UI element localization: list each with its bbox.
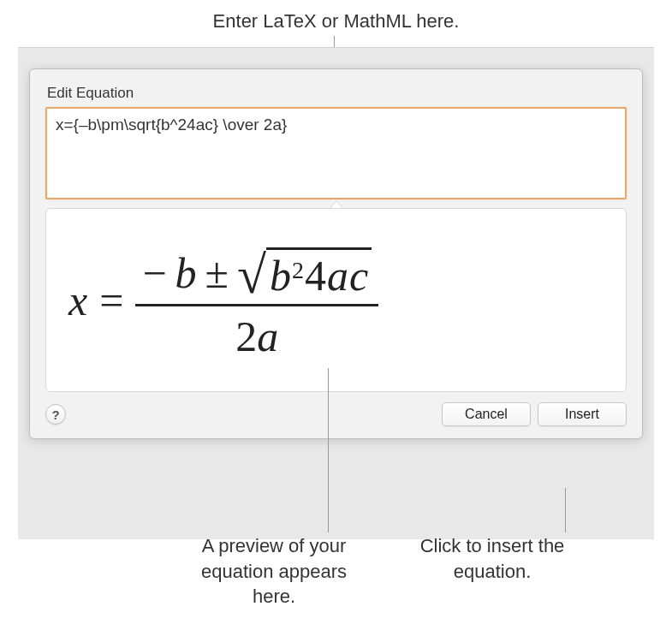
eq-plusminus: ± xyxy=(205,248,229,298)
callout-insert: Click to insert the equation. xyxy=(402,533,582,584)
eq-b: b xyxy=(175,248,197,298)
eq-sqrt: √ b24ac xyxy=(237,240,372,300)
callout-preview: A preview of your equation appears here. xyxy=(180,533,368,609)
dialog-title: Edit Equation xyxy=(45,85,627,102)
eq-rad-4: 4 xyxy=(305,251,326,300)
insert-button[interactable]: Insert xyxy=(538,402,627,426)
eq-rad-b: b xyxy=(270,251,291,300)
eq-fraction: −b ± √ b24ac 2a xyxy=(135,240,378,361)
eq-variable-x: x xyxy=(68,276,87,325)
eq-rad-c: c xyxy=(349,251,368,300)
callout-input: Enter LaTeX or MathML here. xyxy=(213,9,460,34)
equation-preview: x = −b ± √ b24ac 2a xyxy=(45,208,627,392)
eq-den-2: 2 xyxy=(235,312,257,360)
equation-input[interactable] xyxy=(45,107,627,199)
eq-den-a: a xyxy=(257,312,278,360)
eq-equals: = xyxy=(99,276,123,325)
eq-radicand: b24ac xyxy=(266,247,372,300)
callout-line-preview xyxy=(328,368,329,532)
cancel-button[interactable]: Cancel xyxy=(442,402,531,426)
eq-rad-exp: 2 xyxy=(292,257,304,284)
eq-numerator: −b ± √ b24ac xyxy=(135,240,378,304)
eq-minus: − xyxy=(142,248,166,298)
sqrt-icon: √ xyxy=(237,245,266,306)
edit-equation-dialog: Edit Equation x = −b ± √ b24ac xyxy=(29,68,643,439)
help-button[interactable]: ? xyxy=(45,404,66,425)
eq-rad-a: a xyxy=(327,251,348,300)
eq-denominator: 2a xyxy=(235,306,278,361)
callout-line-insert xyxy=(565,488,566,532)
dialog-footer: ? Cancel Insert xyxy=(45,402,627,426)
